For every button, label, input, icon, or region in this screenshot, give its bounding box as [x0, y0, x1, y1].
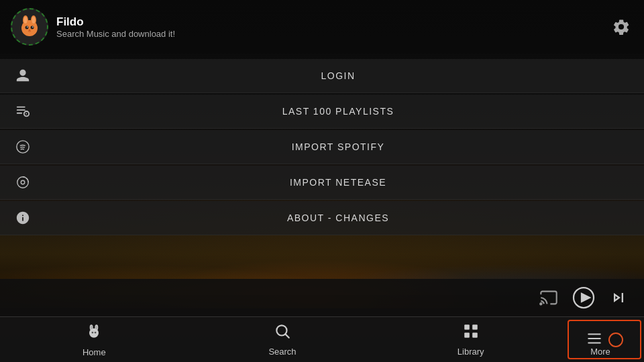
svg-rect-10 [17, 107, 25, 108]
svg-rect-32 [588, 333, 601, 335]
svg-rect-28 [464, 324, 470, 330]
svg-point-7 [27, 27, 28, 28]
search-icon [274, 322, 291, 344]
svg-point-17 [540, 303, 541, 304]
library-icon [462, 322, 480, 344]
menu-login-label: LOGIN [46, 70, 631, 81]
svg-point-24 [96, 326, 98, 330]
svg-point-3 [24, 17, 28, 23]
svg-rect-11 [17, 109, 25, 111]
menu-list: LOGIN LAST 100 PLAYLISTS [0, 54, 644, 241]
settings-button[interactable] [609, 15, 633, 39]
svg-point-23 [91, 326, 93, 330]
menu-item-spotify[interactable]: IMPORT SPOTIFY [0, 130, 644, 164]
playlist-icon [13, 104, 32, 119]
playback-bar [0, 279, 644, 316]
svg-point-5 [25, 26, 29, 29]
nav-search-label: Search [268, 347, 296, 357]
nav-home-label: Home [83, 347, 106, 357]
svg-rect-12 [17, 113, 22, 114]
svg-point-8 [32, 27, 34, 28]
menu-playlists-label: LAST 100 PLAYLISTS [46, 106, 631, 117]
svg-rect-29 [464, 333, 470, 338]
menu-netease-label: IMPORT NETEASE [46, 177, 631, 188]
svg-point-16 [21, 180, 25, 184]
nav-home[interactable]: Home [0, 317, 189, 362]
app-header: Fildo Search Music and download it! [0, 0, 644, 54]
home-icon [85, 322, 103, 345]
skip-button[interactable] [606, 286, 631, 310]
nav-library[interactable]: Library [376, 317, 565, 362]
nav-library-label: Library [458, 347, 484, 357]
svg-rect-33 [588, 337, 601, 339]
more-circle-indicator [608, 333, 623, 347]
person-icon [13, 68, 32, 83]
nav-search[interactable]: Search [189, 317, 377, 362]
scenic-area [0, 241, 644, 279]
svg-point-25 [92, 332, 94, 334]
menu-spotify-label: IMPORT SPOTIFY [46, 141, 631, 152]
svg-rect-34 [588, 342, 601, 343]
menu-item-about[interactable]: ABOUT - CHANGES [0, 201, 644, 235]
svg-marker-19 [582, 294, 590, 302]
svg-point-4 [32, 17, 36, 23]
more-icon [586, 330, 603, 350]
spotify-icon [13, 139, 32, 154]
menu-about-label: ABOUT - CHANGES [46, 213, 631, 223]
avatar [11, 8, 48, 46]
svg-rect-30 [472, 324, 478, 330]
svg-point-6 [31, 26, 34, 29]
app-title: Fildo [56, 15, 175, 29]
svg-point-26 [95, 332, 97, 334]
menu-item-login[interactable]: LOGIN [0, 59, 644, 93]
play-button[interactable] [572, 286, 596, 310]
netease-icon [13, 175, 32, 190]
svg-point-9 [29, 29, 31, 31]
app-subtitle: Search Music and download it! [56, 29, 175, 39]
cast-button[interactable] [537, 286, 561, 310]
menu-item-playlists[interactable]: LAST 100 PLAYLISTS [0, 95, 644, 129]
menu-item-netease[interactable]: IMPORT NETEASE [0, 166, 644, 200]
nav-more[interactable] [568, 320, 641, 359]
bottom-nav: Home Search Library [0, 316, 644, 362]
info-icon [13, 210, 32, 225]
svg-rect-31 [472, 333, 478, 338]
